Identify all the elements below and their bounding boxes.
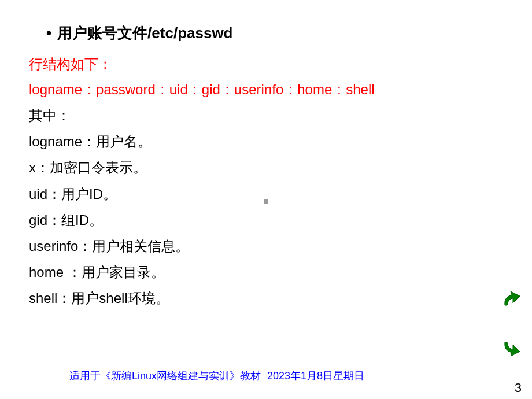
- field-home: home ：用户家目录。: [29, 261, 503, 283]
- slide-footer: 适用于《新编Linux网络组建与实训》教材 2023年1月8日星期日: [0, 369, 532, 383]
- field-gid: gid：组ID。: [29, 209, 503, 231]
- field-shell: shell：用户shell环境。: [29, 287, 503, 309]
- title-text: 用户账号文件/etc/passwd: [57, 24, 232, 42]
- field-userinfo: userinfo：用户相关信息。: [29, 235, 503, 257]
- center-marker-icon: [264, 200, 268, 204]
- return-arrow-icon[interactable]: [500, 289, 523, 312]
- page-number: 3: [515, 380, 522, 396]
- footer-book: 适用于《新编Linux网络组建与实训》教材: [69, 370, 261, 382]
- bullet-marker: •: [46, 24, 51, 42]
- slide-title: •用户账号文件/etc/passwd: [29, 23, 503, 43]
- field-logname: logname：用户名。: [29, 131, 503, 152]
- forward-arrow-icon[interactable]: [500, 335, 523, 359]
- structure-line: logname : password : uid : gid : userinf…: [29, 79, 503, 100]
- structure-label: 行结构如下：: [29, 54, 503, 75]
- field-x: x：加密口令表示。: [29, 157, 503, 178]
- footer-date: 2023年1月8日星期日: [267, 370, 364, 382]
- where-label: 其中：: [29, 105, 503, 126]
